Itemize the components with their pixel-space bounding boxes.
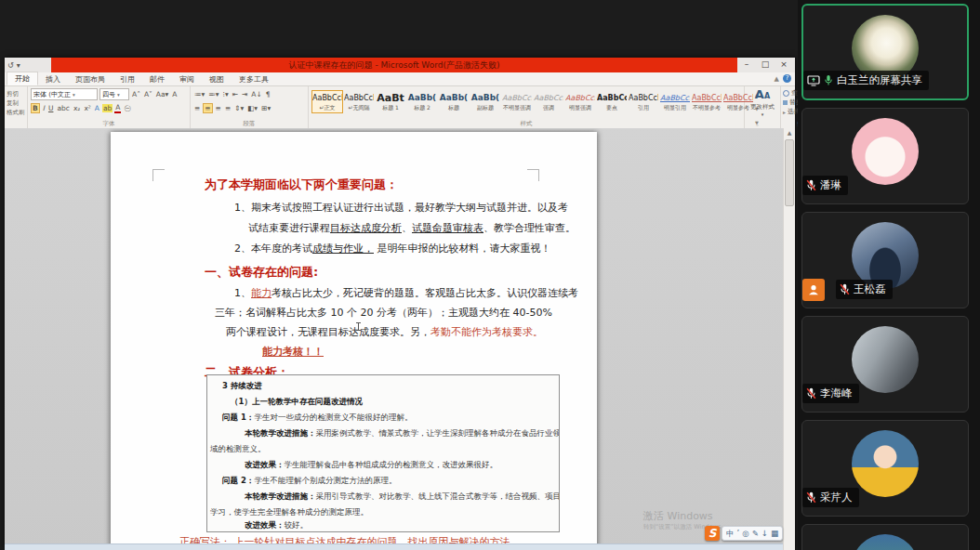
participant-name: 采芹人 xyxy=(820,491,853,504)
style-chip-intense-emphasis[interactable]: AaBbCcDd明显强调 xyxy=(564,90,596,113)
sort-icon[interactable]: A↓ xyxy=(250,90,262,98)
ime-emoji-icon[interactable]: ◎ xyxy=(742,527,748,540)
undo-icon[interactable]: ↺ xyxy=(7,61,14,70)
clipboard-group: 剪切 复制 格式刷 xyxy=(5,86,28,128)
tab-mailings[interactable]: 邮件 xyxy=(142,73,172,85)
style-chip-subtle-reference[interactable]: AaBbCcDd不明显参考 xyxy=(691,90,722,113)
minimize-button[interactable]: – xyxy=(738,59,755,71)
copy-button[interactable]: 复制 xyxy=(7,98,27,108)
shrink-font-icon[interactable]: A˅ xyxy=(143,90,153,98)
line-spacing-icon[interactable]: ⇕▾ xyxy=(233,104,245,112)
decrease-indent-icon[interactable]: ⇤ xyxy=(232,90,239,98)
font-group: 宋体 (中文正▾ 四号▾ A˄ A˅ Aa▾ A B I U abc x₂ xyxy=(28,86,191,128)
document-page[interactable]: 为了本学期面临以下两个重要问题： 1、期末考试按照工程认证进行出试题，最好教学大… xyxy=(111,132,597,550)
meeting-app-canvas: { "word": { "title": "认证中课程存在的问题 - Micro… xyxy=(0,0,980,550)
window-title: 认证中课程存在的问题 - Microsoft Word(产品激活失败) xyxy=(51,58,737,72)
text-effects-icon[interactable]: A xyxy=(94,104,100,112)
styles-group: AaBbCcDd↵正文 AaBbCcDd↵无间隔 AaBt标题 1 AaBb(标… xyxy=(309,86,745,128)
style-chip-intense-quote[interactable]: AaBbCcDd明显引用 xyxy=(659,90,691,113)
font-color-icon[interactable]: A xyxy=(114,103,121,113)
cut-button[interactable]: 剪切 xyxy=(7,89,27,98)
participant-tile[interactable]: 潘琳 xyxy=(801,108,969,204)
tab-view[interactable]: 视图 xyxy=(202,73,232,85)
participant-tile-partial[interactable] xyxy=(801,524,969,550)
vertical-scrollbar[interactable]: ▲ xyxy=(783,128,795,550)
close-button[interactable]: × xyxy=(775,59,792,71)
word-titlebar[interactable]: ↺ ▾ 认证中课程存在的问题 - Microsoft Word(产品激活失败) … xyxy=(5,58,795,72)
bold-button[interactable]: B xyxy=(31,103,40,113)
superscript-icon[interactable]: x² xyxy=(83,104,91,112)
style-chip-subtitle[interactable]: AaBb(副标题 xyxy=(470,90,501,113)
style-chip-quote[interactable]: AaBbCcDd引用 xyxy=(628,90,659,113)
grow-font-icon[interactable]: A˄ xyxy=(131,90,141,98)
find-icon xyxy=(783,90,789,97)
format-painter-button[interactable]: 格式刷 xyxy=(7,108,27,117)
participant-tile[interactable]: 李海峰 xyxy=(801,316,969,412)
scrollbar-thumb[interactable] xyxy=(785,139,794,206)
hand-raised-badge xyxy=(802,279,825,301)
style-chip-subtle-emphasis[interactable]: AaBbCcDd不明显强调 xyxy=(501,90,533,113)
style-chip-emphasis[interactable]: AaBbCcDd强调 xyxy=(533,90,564,113)
clear-formatting-icon[interactable]: A xyxy=(171,90,178,98)
tab-home[interactable]: 开始 xyxy=(7,72,38,85)
ime-pen-icon[interactable]: ✎ xyxy=(752,527,759,540)
style-chip-title[interactable]: AaBb(标题 xyxy=(438,90,470,113)
align-left-icon[interactable]: ≡ xyxy=(193,104,201,112)
strikethrough-icon[interactable]: abc xyxy=(56,104,70,112)
tab-more-tools[interactable]: 更多工具 xyxy=(232,73,276,85)
tab-review[interactable]: 审阅 xyxy=(172,73,202,85)
enclose-character-icon[interactable]: ㊀ xyxy=(123,104,132,113)
change-case-icon[interactable]: Aa▾ xyxy=(155,90,170,98)
increase-indent-icon[interactable]: ⇥ xyxy=(241,90,248,98)
avatar xyxy=(852,430,919,497)
restore-button[interactable]: □ xyxy=(757,59,774,71)
collapse-ribbon-icon[interactable]: ▲ xyxy=(775,75,779,83)
highlight-color-icon[interactable]: ab xyxy=(102,104,113,112)
sogou-ime-icon[interactable]: S xyxy=(705,526,720,541)
tab-insert[interactable]: 插入 xyxy=(38,73,68,85)
underline-button[interactable]: U xyxy=(47,104,55,112)
document-canvas[interactable]: 为了本学期面临以下两个重要问题： 1、期末考试按照工程认证进行出试题，最好教学大… xyxy=(5,128,784,550)
qat-dropdown-icon[interactable]: ▾ xyxy=(17,61,20,70)
style-chip-normal[interactable]: AaBbCcDd↵正文 xyxy=(311,90,343,113)
borders-icon[interactable]: ⊞▾ xyxy=(260,104,271,112)
participant-tile[interactable]: 王松磊 xyxy=(801,212,969,308)
style-chip-strong[interactable]: AaBbCcDc要点 xyxy=(596,90,628,113)
help-icon[interactable]: ? xyxy=(783,74,791,83)
participant-tile[interactable]: 采芹人 xyxy=(801,420,969,517)
subscript-icon[interactable]: x₂ xyxy=(73,104,81,112)
style-chip-heading2[interactable]: AaBb(标题 2 xyxy=(406,90,438,113)
ime-keyboard-icon[interactable]: ▦ xyxy=(771,527,778,540)
font-name-combo[interactable]: 宋体 (中文正▾ xyxy=(31,88,98,100)
style-chip-no-spacing[interactable]: AaBbCcDd↵无间隔 xyxy=(343,90,375,113)
style-chip-heading1[interactable]: AaBt标题 1 xyxy=(375,90,406,113)
ribbon-tab-bar: 开始 插入 页面布局 引用 邮件 审阅 视图 更多工具 ▲ ? xyxy=(5,72,795,86)
horizontal-scrollbar[interactable] xyxy=(5,543,784,550)
ime-language-toggle-icon[interactable]: 中 xyxy=(726,527,735,540)
justify-icon[interactable]: ≡ xyxy=(224,104,232,112)
change-styles-button[interactable]: AA 更改样式 ▾ xyxy=(745,86,781,128)
tab-references[interactable]: 引用 xyxy=(113,73,142,85)
tab-page-layout[interactable]: 页面布局 xyxy=(68,73,113,85)
shading-icon[interactable]: ◧▾ xyxy=(246,104,258,112)
doc-heading-important-issues: 为了本学期面临以下两个重要问题： xyxy=(205,177,398,193)
align-right-icon[interactable]: ≡ xyxy=(215,104,222,112)
ime-toolbar: S 中 ’ ◎ ✎ ↓ ▦ xyxy=(705,526,783,541)
ime-punctuation-icon[interactable]: ’ xyxy=(737,527,740,540)
mic-muted-icon xyxy=(806,491,816,504)
doc-item1-line2: 试结束要进行课程目标达成度分析、试题命题审核表、教学合理性审查。 xyxy=(248,221,576,235)
bullets-icon[interactable]: ≔▾ xyxy=(193,90,205,98)
ime-mic-icon[interactable]: ↓ xyxy=(761,527,768,540)
font-size-combo[interactable]: 四号▾ xyxy=(99,88,129,100)
paragraph-group: ≔▾ ≕▾ ⁝▾ ⇤ ⇥ A↓ ¶ ≡ ≡ ≡ ≡ ⇕▾ ◧▾ ⊞▾ xyxy=(191,86,309,128)
align-center-icon[interactable]: ≡ xyxy=(203,103,212,113)
margin-corner-mark xyxy=(152,169,165,181)
show-marks-icon[interactable]: ¶ xyxy=(265,90,271,98)
numbering-icon[interactable]: ≕▾ xyxy=(207,90,219,98)
doc-problem-line2: 三年；名词解释占比太多 10 个 20 分考（两年）；主观题大约在 40-50% xyxy=(215,306,552,320)
avatar xyxy=(852,326,919,393)
italic-button[interactable]: I xyxy=(42,104,46,112)
scroll-up-icon[interactable]: ▲ xyxy=(784,128,795,138)
participant-tile-sharing[interactable]: 白玉兰的屏幕共享 xyxy=(801,4,969,100)
multilevel-list-icon[interactable]: ⁝▾ xyxy=(222,90,230,98)
